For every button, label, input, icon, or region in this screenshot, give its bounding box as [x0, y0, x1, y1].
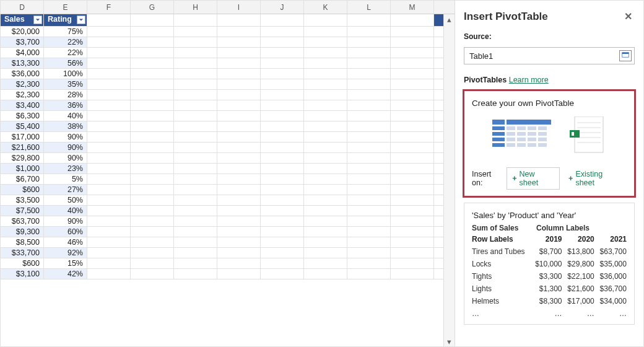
rating-cell[interactable]: 50% [44, 195, 87, 205]
cell[interactable] [347, 195, 391, 205]
cell[interactable] [304, 111, 347, 121]
cell[interactable] [347, 153, 391, 163]
cell[interactable] [261, 206, 304, 216]
cell[interactable] [391, 27, 434, 37]
column-header[interactable]: D [1, 1, 44, 14]
cell[interactable] [217, 206, 261, 216]
column-header[interactable]: F [87, 1, 131, 14]
cell[interactable] [391, 248, 434, 258]
cell[interactable] [347, 164, 391, 174]
sales-cell[interactable]: $29,800 [1, 153, 44, 163]
cell[interactable] [304, 37, 347, 47]
cell[interactable] [347, 27, 391, 37]
table-row[interactable]: $17,00090% [1, 132, 443, 143]
table-row[interactable]: $4,00022% [1, 48, 443, 58]
cell[interactable] [391, 216, 434, 226]
cell[interactable] [217, 69, 261, 79]
cell[interactable] [347, 185, 391, 195]
cell[interactable] [174, 258, 217, 268]
cell[interactable] [391, 69, 434, 79]
cell[interactable] [347, 143, 391, 152]
column-header[interactable]: L [347, 1, 391, 14]
rating-cell[interactable]: 40% [44, 111, 87, 121]
cell[interactable] [304, 27, 347, 37]
cell[interactable] [347, 48, 391, 58]
cell[interactable] [217, 174, 261, 184]
table-row[interactable]: $63,70090% [1, 216, 443, 227]
cell[interactable] [217, 27, 261, 37]
cell[interactable] [87, 164, 131, 174]
cell[interactable] [131, 58, 174, 68]
sales-cell[interactable]: $6,300 [1, 111, 44, 121]
table-row[interactable]: $13,30056% [1, 58, 443, 69]
cell[interactable] [174, 248, 217, 258]
cell[interactable] [217, 14, 261, 26]
cell[interactable] [347, 14, 391, 26]
cell[interactable] [261, 237, 304, 247]
cell[interactable] [131, 258, 174, 268]
column-header[interactable]: M [391, 1, 434, 14]
cell[interactable] [217, 216, 261, 226]
cell[interactable] [87, 58, 131, 68]
cell[interactable] [131, 216, 174, 226]
cell[interactable] [131, 206, 174, 216]
table-row[interactable]: $5,40038% [1, 121, 443, 132]
sales-cell[interactable]: $9,300 [1, 227, 44, 237]
cell[interactable] [87, 206, 131, 216]
rating-cell[interactable]: 60% [44, 227, 87, 237]
cell[interactable] [87, 248, 131, 258]
cell[interactable] [391, 269, 434, 279]
cell[interactable] [261, 121, 304, 131]
cell[interactable] [131, 185, 174, 195]
cell[interactable] [261, 69, 304, 79]
table-row[interactable]: $33,70092% [1, 248, 443, 258]
cell[interactable] [304, 90, 347, 100]
cell[interactable] [391, 79, 434, 89]
sales-cell[interactable]: $600 [1, 185, 44, 195]
cell[interactable] [391, 100, 434, 110]
sales-cell[interactable]: $2,300 [1, 79, 44, 89]
column-header[interactable]: G [131, 1, 174, 14]
table-row[interactable]: $6,30040% [1, 111, 443, 121]
sales-cell[interactable]: $63,700 [1, 216, 44, 226]
cell[interactable] [87, 111, 131, 121]
cell[interactable] [131, 111, 174, 121]
cell[interactable] [304, 216, 347, 226]
cell[interactable] [217, 58, 261, 68]
cell[interactable] [174, 143, 217, 152]
sales-cell[interactable]: $2,300 [1, 90, 44, 100]
cell[interactable] [261, 258, 304, 268]
column-header[interactable]: J [261, 1, 304, 14]
cell[interactable] [391, 195, 434, 205]
cell[interactable] [131, 48, 174, 58]
cell[interactable] [174, 121, 217, 131]
sales-cell[interactable]: $4,000 [1, 48, 44, 58]
rating-cell[interactable]: 90% [44, 153, 87, 163]
cell[interactable] [174, 14, 217, 26]
cell[interactable] [131, 143, 174, 152]
cell[interactable] [87, 27, 131, 37]
sales-cell[interactable]: $13,300 [1, 58, 44, 68]
cell[interactable] [304, 143, 347, 152]
cell[interactable] [174, 132, 217, 142]
cell[interactable] [217, 248, 261, 258]
rating-cell[interactable]: 100% [44, 69, 87, 79]
cell[interactable] [347, 206, 391, 216]
cell[interactable] [391, 227, 434, 237]
sales-cell[interactable]: $1,000 [1, 164, 44, 174]
rating-cell[interactable]: 46% [44, 237, 87, 247]
cell[interactable] [391, 90, 434, 100]
cell[interactable] [217, 164, 261, 174]
cell[interactable] [217, 227, 261, 237]
cell[interactable] [87, 90, 131, 100]
sales-cell[interactable]: $600 [1, 258, 44, 268]
table-row[interactable]: $20,00075% [1, 27, 443, 37]
rating-cell[interactable]: 22% [44, 48, 87, 58]
sales-cell[interactable]: $6,700 [1, 174, 44, 184]
cell[interactable] [87, 269, 131, 279]
rating-cell[interactable]: 15% [44, 258, 87, 268]
sales-cell[interactable]: $20,000 [1, 27, 44, 37]
cell[interactable] [304, 195, 347, 205]
cell[interactable] [131, 174, 174, 184]
cell[interactable] [347, 111, 391, 121]
